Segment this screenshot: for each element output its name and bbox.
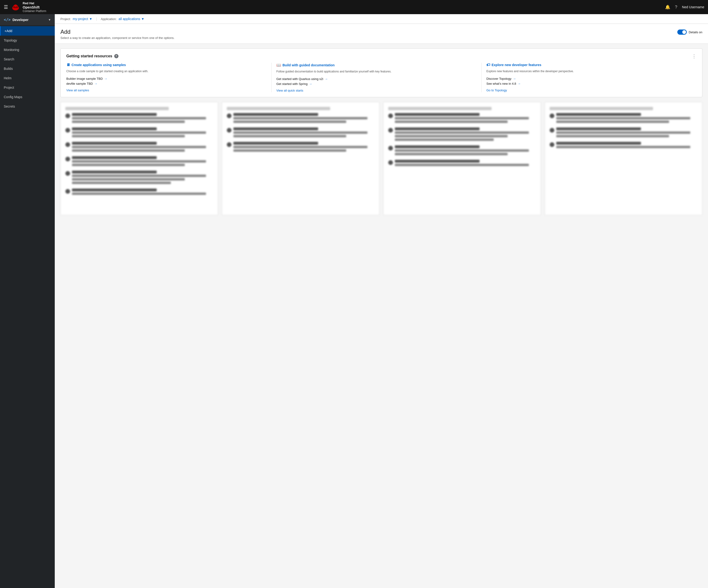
go-to-topology-link[interactable]: Go to Topology [486,88,507,92]
sidebar-item-topology-label: Topology [4,38,17,42]
help-icon[interactable]: ? [675,5,677,10]
details-toggle-switch[interactable] [677,29,687,35]
code-icon: </> [4,18,10,22]
gs-column-quickstarts-title-text: Build with guided documentation [283,63,335,67]
arrow-icon: → [518,82,521,85]
sidebar-item-helm[interactable]: Helm [0,74,55,83]
svg-point-2 [14,4,17,7]
gs-column-features-desc: Explore new features and resources withi… [486,69,692,74]
sidebar-item-builds[interactable]: Builds [0,64,55,74]
catalog-card-git [222,102,380,215]
sidebar-nav: +Add Topology Monitoring Search Builds H… [0,25,55,112]
project-label: Project: [60,17,71,21]
brand-platform: Container Platform [23,9,46,13]
details-toggle-label: Details on [689,30,702,34]
sidebar-item-search-label: Search [4,57,14,61]
gs-link-spring[interactable]: Get started with Spring → [276,81,477,86]
gs-link-topology-text: Discover Topology [486,77,511,81]
gs-link-devfile-sample[interactable]: devfile sample TBD → [66,81,267,86]
getting-started-help-icon[interactable]: ? [114,54,118,58]
arrow-icon: → [325,77,328,81]
getting-started-columns: 🖥 Create applications using samples Choo… [66,63,697,92]
sidebar-item-project-label: Project [4,86,14,89]
gs-link-quarkus[interactable]: Get started with Quarkus using s2i → [276,77,477,81]
gs-link-whats-new[interactable]: See what's new in 4.8 → [486,81,692,86]
getting-started-card: Getting started resources ? ⋮ 🖥 Create a… [60,48,702,97]
toolbar-separator: | [96,17,97,21]
sidebar-item-secrets-label: Secrets [4,105,15,108]
brand-text: Red Hat OpenShift Container Platform [23,1,46,13]
content-area: Getting started resources ? ⋮ 🖥 Create a… [55,43,708,220]
perspective-name: Developer [12,18,29,22]
perspective-switcher[interactable]: </> Developer ▼ [0,14,55,25]
gs-column-samples-desc: Choose a code sample to get started crea… [66,69,267,74]
brand-red-hat: Red Hat [23,1,46,5]
sidebar-item-helm-label: Helm [4,76,11,80]
details-toggle: Details on [677,29,702,35]
gs-link-builder-sample-text: Builder image sample TBD [66,77,102,81]
sidebar-item-search[interactable]: Search [0,55,55,64]
sidebar-item-config-maps-label: Config Maps [4,95,22,99]
gs-column-samples: 🖥 Create applications using samples Choo… [66,63,272,92]
application-value: all applications [118,17,140,21]
getting-started-title: Getting started resources ? [66,54,118,58]
gs-link-quarkus-text: Get started with Quarkus using s2i [276,77,323,81]
sidebar-item-topology[interactable]: Topology [0,36,55,45]
catalog-card-pipelines [545,102,702,215]
gs-column-features-title: 🏷 Explore new developer features [486,63,692,67]
user-name[interactable]: Ned Username [682,5,704,9]
project-toolbar: Project: my-project ▼ | Application: all… [55,14,708,24]
page-subtitle: Select a way to create an application, c… [60,36,174,40]
brand-openshift: OpenShift [23,5,46,9]
catalog-grid [60,102,702,215]
page-header: Add Select a way to create an applicatio… [55,24,708,43]
arrow-icon: → [513,77,516,81]
arrow-icon: → [309,82,312,86]
sidebar-item-builds-label: Builds [4,67,13,70]
gs-column-features-title-text: Explore new developer features [492,63,541,67]
gs-link-whats-new-text: See what's new in 4.8 [486,82,516,85]
application-label: Application: [101,17,117,21]
catalog-card-developer [60,102,218,215]
sidebar-item-add[interactable]: +Add [0,26,55,36]
gs-column-quickstarts-desc: Follow guided documentation to build app… [276,69,477,74]
sidebar-item-monitoring[interactable]: Monitoring [0,45,55,55]
page-header-text: Add Select a way to create an applicatio… [60,29,174,40]
project-chevron-icon: ▼ [89,17,92,21]
redhat-logo-icon [11,2,20,12]
gs-link-devfile-sample-text: devfile sample TBD [66,82,93,85]
gs-link-topology[interactable]: Discover Topology → [486,76,692,81]
sidebar-item-add-label: +Add [4,29,12,33]
application-chevron-icon: ▼ [141,17,144,21]
nav-right: 🔔 ? Ned Username [665,4,704,10]
getting-started-more-icon[interactable]: ⋮ [692,53,697,59]
main-content: Project: my-project ▼ | Application: all… [55,14,708,588]
gs-link-spring-text: Get started with Spring [276,82,307,86]
getting-started-title-text: Getting started resources [66,54,112,58]
gs-link-builder-sample[interactable]: Builder image sample TBD → [66,76,267,81]
catalog-card-container [383,102,541,215]
features-icon: 🏷 [486,63,490,67]
sidebar-item-project[interactable]: Project [0,83,55,92]
sidebar-item-monitoring-label: Monitoring [4,48,19,52]
perspective-label: </> Developer [4,18,29,22]
view-all-quickstarts-link[interactable]: View all quick starts [276,89,303,92]
project-value: my-project [73,17,88,21]
gs-column-samples-title: 🖥 Create applications using samples [66,63,267,67]
brand-logo: Red Hat OpenShift Container Platform [11,1,46,13]
sidebar-item-secrets[interactable]: Secrets [0,102,55,111]
notifications-icon[interactable]: 🔔 [665,4,670,10]
arrow-icon: → [104,77,107,81]
gs-column-quickstarts-title: 📖 Build with guided documentation [276,63,477,67]
chevron-down-icon: ▼ [48,18,51,22]
project-selector[interactable]: my-project ▼ [73,17,92,21]
gs-column-samples-title-text: Create applications using samples [71,63,126,67]
application-selector[interactable]: all applications ▼ [118,17,144,21]
hamburger-menu[interactable]: ☰ [4,4,8,10]
sidebar-item-config-maps[interactable]: Config Maps [0,92,55,102]
page-title: Add [60,29,174,35]
view-all-samples-link[interactable]: View all samples [66,88,89,92]
gs-column-features: 🏷 Explore new developer features Explore… [486,63,697,92]
top-navigation: ☰ Red Hat OpenShift Container Platform 🔔… [0,0,708,14]
sidebar: </> Developer ▼ +Add Topology Monitoring… [0,14,55,588]
